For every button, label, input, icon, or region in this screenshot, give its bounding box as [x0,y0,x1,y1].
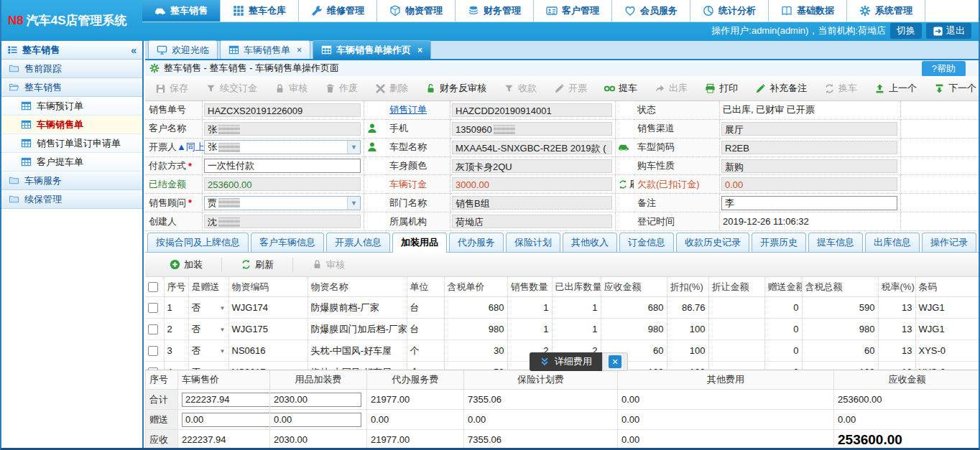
nav-item-统计分析[interactable]: 统计分析 [690,0,769,22]
help-button[interactable]: ?帮助 [922,61,966,77]
toolbar-button-打印[interactable]: 打印 [698,80,745,97]
toolbar-button-label: 刷新 [255,258,274,271]
app-window: N8汽车4S店管理系统 整车销售整车仓库维修管理物资管理财务管理客户管理会员服务… [0,0,980,450]
lock-icon [274,83,285,94]
field-value: 0.00 [725,179,743,190]
detail-tab-提车信息[interactable]: 提车信息 [808,233,863,252]
table-icon [321,44,332,55]
accessories-toolbar-button-刷新[interactable]: 刷新 [223,256,291,273]
sidebar-item-续保管理[interactable]: 续保管理 [1,190,142,209]
chevron-down-icon[interactable]: ▼ [220,348,226,355]
field-备注[interactable]: 李 [721,196,897,210]
fee-summary-table: 序号车辆售价用品加装费代办服务费保险计划费其他费用应收金额合计222237.94… [145,370,980,450]
sidebar-item-车辆销售单[interactable]: 车辆销售单 [1,116,142,134]
nav-item-整车销售[interactable]: 整车销售 [142,0,221,22]
detail-tab-开票历史[interactable]: 开票历史 [752,233,806,252]
toolbar-button-补充备注[interactable]: 补充备注 [748,80,814,97]
form-icon-cell [901,175,979,194]
detail-tab-出库信息[interactable]: 出库信息 [865,233,920,252]
sidebar-item-车辆服务[interactable]: 车辆服务 [1,172,142,190]
detail-tab-收款历史记录[interactable]: 收款历史记录 [676,233,749,252]
form-value-车辆订金: 3000.00 [450,175,616,194]
nav-item-系统管理[interactable]: 系统管理 [847,0,925,22]
column-header-折扣(%): 折扣(%) [667,277,708,297]
chevron-down-icon[interactable]: ▼ [220,327,226,333]
nav-item-物资管理[interactable]: 物资管理 [377,0,456,22]
cell-gift[interactable]: 否▼ [188,340,228,362]
nav-item-基础数据[interactable]: 基础数据 [769,0,847,22]
detail-tab-订金信息[interactable]: 订金信息 [619,233,674,252]
field-付款方式[interactable]: 一次性付款 [204,159,361,173]
sidebar-item-售前跟踪[interactable]: 售前跟踪 [1,60,142,78]
nav-item-财务管理[interactable]: 财务管理 [456,0,534,22]
cell-barcode: XYS-0 [915,362,979,370]
nav-item-客户管理[interactable]: 客户管理 [534,0,612,22]
detail-tab-开票人信息[interactable]: 开票人信息 [326,233,390,252]
sidebar-item-车辆预订单[interactable]: 车辆预订单 [1,97,142,116]
doc-tab-车辆销售单[interactable]: 车辆销售单× [220,40,310,59]
delete-x-icon [375,83,386,94]
chevron-down-icon[interactable]: ▼ [220,305,226,311]
sidebar-item-销售订单退订申请单[interactable]: 销售订单退订申请单 [1,134,142,153]
detail-tab-操作记录[interactable]: 操作记录 [922,233,976,252]
cell-tax: 13 [878,340,915,362]
toolbar-button-财务反审核[interactable]: 财务反审核 [418,80,494,97]
detail-tab-代办服务[interactable]: 代办服务 [449,233,504,252]
order-link[interactable]: 销售订单 [389,103,427,116]
toolbar-button-提车[interactable]: 提车 [597,80,644,97]
row-checkbox[interactable] [148,303,158,313]
form-icon-cell [901,120,979,139]
field-开票人[interactable]: 张▼ [204,140,361,154]
row-checkbox[interactable] [148,324,158,334]
doc-tab-车辆销售单操作页[interactable]: 车辆销售单操作页× [313,40,431,59]
cell-unit: 个 [407,340,444,362]
accessories-toolbar-button-加装[interactable]: 加装 [152,256,220,273]
close-tab-icon[interactable]: × [297,45,302,55]
form-value-所属机构: 荷坳店 [450,212,616,231]
table-icon [228,44,239,55]
chevron-down-icon[interactable]: ▼ [347,197,360,210]
column-header-销售数量: 销售数量 [507,277,552,297]
toolbar-button-出库: 出库 [647,80,695,97]
toolbar-button-上一个[interactable]: 上一个 [867,80,924,97]
cell-allowance [708,297,764,319]
field-label: 开票人 [149,141,177,154]
nav-item-维修管理[interactable]: 维修管理 [299,0,377,22]
car-green-icon [618,141,629,153]
field-value: MXAA54L-SNXGBC-R2EB 2019款 ( [456,143,606,154]
doc-tab-欢迎光临[interactable]: 欢迎光临 [148,40,218,59]
cell-gift[interactable]: 否▼ [188,362,228,370]
switch-org-button[interactable]: 切换 [890,23,922,39]
cell-barcode: WJG1 [915,297,979,319]
detail-tab-保险计划[interactable]: 保险计划 [506,233,560,252]
nav-item-整车仓库[interactable]: 整车仓库 [221,0,299,22]
row-checkbox[interactable] [148,346,158,356]
close-tab-icon[interactable]: × [417,45,422,55]
summary-column-保险计划费: 保险计划费 [464,370,618,390]
detail-tab-其他收入[interactable]: 其他收入 [563,233,617,252]
close-icon[interactable]: ✕ [609,355,621,368]
chevron-down-icon[interactable]: ▼ [347,141,360,154]
form-value-状态: 已出库, 已财审 已开票 [720,101,901,120]
nav-item-会员服务[interactable]: 会员服务 [612,0,690,22]
logout-button[interactable]: 退出 [926,23,971,39]
field-value: 李 [725,197,734,208]
field-销售顾问[interactable]: 贾▼ [204,196,361,210]
select-all-checkbox[interactable] [148,282,158,292]
cell-gift[interactable]: 否▼ [188,319,228,340]
detail-fee-bar[interactable]: 详细费用 [530,352,602,371]
toolbar-button-下一个[interactable]: 下一个 [927,80,980,97]
field-value: 沈 [208,217,217,228]
toolbar-button-label: 提车 [619,82,637,95]
detail-tab-按揭合同及上牌信息[interactable]: 按揭合同及上牌信息 [147,233,249,252]
form-label-部门名称: 部门名称 [386,194,450,212]
same-as-above-link[interactable]: ▲同上 [177,141,205,154]
sidebar-item-label: 销售订单退订申请单 [37,137,121,150]
sidebar-item-客户提车单[interactable]: 客户提车单 [1,153,142,172]
detail-tab-客户车辆信息[interactable]: 客户车辆信息 [251,233,324,252]
detail-tab-加装用品[interactable]: 加装用品 [392,233,447,253]
logout-label: 退出 [946,24,965,37]
sidebar-collapse-button[interactable]: « [131,44,137,56]
sidebar-item-整车销售[interactable]: 整车销售 [1,78,142,97]
cell-gift[interactable]: 否▼ [188,297,228,319]
